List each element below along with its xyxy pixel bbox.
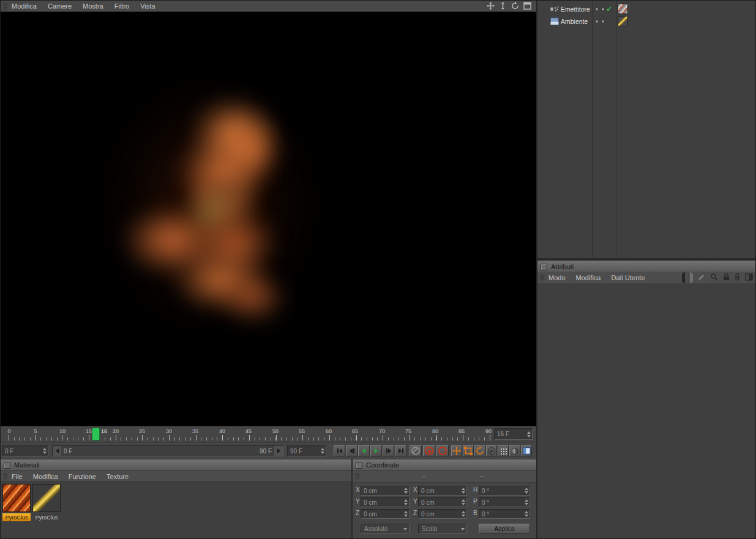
record-scale-button[interactable] [463,445,474,456]
record-keyframe-button[interactable] [423,445,435,456]
menu-mostra[interactable]: Mostra [83,2,103,10]
dock-icon[interactable] [745,273,753,282]
timeline-ruler[interactable]: 0 5 10 15 20 25 30 35 40 45 50 55 60 65 … [1,426,536,442]
range-start-arrow-icon[interactable] [53,446,61,456]
coord-field-pos-x[interactable]: 0 cm [361,486,410,496]
texture-tag-icon[interactable] [618,16,628,26]
menubar-grip-icon[interactable] [3,2,8,10]
coordinates-grip-icon[interactable] [355,473,360,480]
menu-vista[interactable]: Vista [140,2,155,10]
history-back-icon[interactable] [682,274,685,281]
materials-menu-funzione[interactable]: Funzione [69,473,96,480]
end-frame-stepper[interactable] [321,446,324,456]
frame-range-slider[interactable]: 0 F 90 F [52,445,283,456]
stepper[interactable] [404,510,408,518]
object-name-label[interactable]: Emettitore [561,6,590,13]
menu-camere[interactable]: Camere [48,2,72,10]
current-frame-field[interactable]: 16 F [494,428,533,440]
attributes-titlebar[interactable]: Attributi [537,261,756,273]
play-forward-button[interactable] [370,445,382,456]
play-backward-button[interactable] [358,445,370,456]
material-name-label[interactable]: PyroClus [2,513,31,521]
coord-field-size-y[interactable]: 0 cm [418,497,467,507]
chevron-down-icon [403,528,407,530]
goto-end-button[interactable] [395,445,406,456]
coord-field-rot-p[interactable]: 0 ° [479,497,530,507]
coord-field-size-x[interactable]: 0 cm [418,486,467,496]
current-frame-stepper[interactable] [527,429,531,439]
timeline-tick: 55 [299,428,305,434]
materials-menu-texture[interactable]: Texture [107,473,129,480]
materials-grip-icon[interactable] [3,473,8,480]
object-name-label[interactable]: Ambiente [561,18,588,25]
viewport-3d[interactable] [1,12,536,426]
object-row-ambiente[interactable]: Ambiente [537,15,756,28]
pan-view-icon[interactable] [487,2,495,11]
goto-start-button[interactable] [334,445,345,456]
stepper[interactable] [462,510,465,518]
record-off-button[interactable] [410,445,422,456]
stepper[interactable] [404,498,408,507]
coord-field-size-z[interactable]: 0 cm [418,509,467,519]
apply-button[interactable]: Applica [479,524,530,533]
layout-panel-button[interactable] [521,445,532,456]
attributes-menu-dati-utente[interactable]: Dati Utente [612,274,645,281]
autokey-button[interactable] [436,445,449,456]
range-end-arrow-icon[interactable] [274,446,283,456]
coordinates-titlebar[interactable]: Coordinate [353,459,536,470]
search-icon[interactable] [710,273,718,282]
toggle-panel-icon[interactable] [523,2,531,11]
edit-icon[interactable] [698,273,705,282]
start-frame-value: 0 F [5,448,13,455]
scale-dropdown[interactable]: Scala [418,524,467,533]
editor-visibility-dot[interactable] [595,20,599,23]
coord-field-rot-b[interactable]: 0 ° [479,509,530,519]
menu-filtro[interactable]: Filtro [114,2,129,10]
mode-dropdown[interactable]: Assoluto [361,524,410,533]
renderer-visibility-dot[interactable] [601,7,605,11]
stepper[interactable] [525,498,528,507]
menu-modifica[interactable]: Modifica [12,2,37,10]
coord-field-pos-y[interactable]: 0 cm [361,497,410,507]
right-column: Emettitore ✓ Ambiente Attributi [537,1,756,539]
renderer-visibility-dot[interactable] [601,20,605,23]
attributes-menu-modo[interactable]: Modo [548,274,566,281]
record-pla-button[interactable] [498,445,509,456]
history-forward-icon[interactable] [690,274,693,281]
stepper[interactable] [525,510,528,518]
attributes-grip-icon[interactable] [540,274,545,281]
scale-dropdown-value: Scala [422,526,437,532]
keyframe-selection-button[interactable] [509,445,520,456]
current-frame-marker[interactable] [92,428,100,440]
stepper[interactable] [462,486,465,495]
zoom-view-icon[interactable] [499,2,507,11]
start-frame-stepper[interactable] [43,446,47,456]
coord-label-size-x: X [413,486,417,493]
prev-frame-button[interactable] [346,445,357,456]
rotate-view-icon[interactable] [511,2,519,11]
materials-menu-file[interactable]: File [12,473,23,480]
texture-tag-icon[interactable] [618,4,628,14]
materials-menu-modifica[interactable]: Modifica [33,473,58,480]
attributes-menu-modifica[interactable]: Modifica [576,274,601,281]
next-frame-button[interactable] [383,445,394,456]
end-frame-field[interactable]: 90 F [287,445,326,456]
stepper[interactable] [404,486,408,495]
start-frame-field[interactable]: 0 F [2,445,48,456]
lock-icon[interactable] [723,273,730,282]
coord-field-pos-z[interactable]: 0 cm [361,509,410,519]
editor-visibility-dot[interactable] [595,7,599,11]
material-thumbnail-pyrocluster[interactable] [2,484,31,512]
material-name-label[interactable]: PyroClus [32,513,61,521]
material-thumbnail-pyrocluster-2[interactable] [32,484,61,512]
stepper[interactable] [525,486,528,495]
materials-titlebar[interactable]: Materiali [1,459,351,470]
link-icon[interactable] [735,273,740,282]
record-parameter-button[interactable]: P [486,445,497,456]
stepper[interactable] [462,498,465,507]
coord-field-rot-h[interactable]: 0 ° [479,486,530,496]
enable-checkmark-icon[interactable]: ✓ [606,4,613,13]
record-position-button[interactable] [451,445,462,456]
record-rotation-button[interactable] [474,445,485,456]
object-row-emettitore[interactable]: Emettitore ✓ [537,3,756,15]
